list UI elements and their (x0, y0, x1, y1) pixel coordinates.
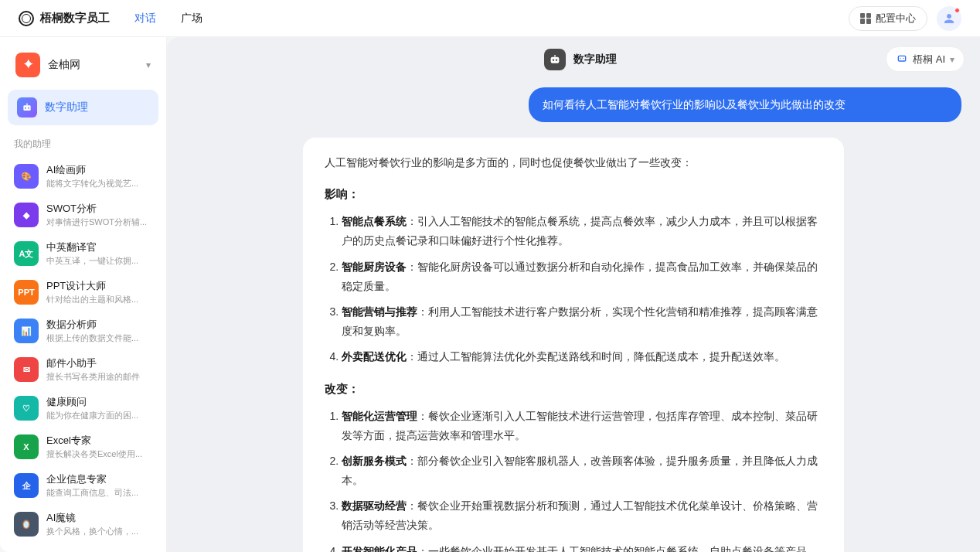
chevron-down-icon: ▾ (950, 54, 954, 65)
assistant-item[interactable]: 🪞AI魔镜换个风格，换个心情，... (8, 505, 158, 543)
app-header: 梧桐数字员工 对话 广场 配置中心 (0, 0, 980, 37)
assistant-item-desc: 能查询工商信息、司法... (46, 487, 152, 499)
assistant-list[interactable]: 🎨AI绘画师能将文字转化为视觉艺...◆SWOT分析对事情进行SWOT分析辅..… (8, 157, 158, 543)
chat-header: 数字助理 梧桐 AI ▾ (167, 37, 980, 81)
assistant-item[interactable]: ◆SWOT分析对事情进行SWOT分析辅... (8, 196, 158, 234)
model-name: 梧桐 AI (913, 53, 945, 66)
assistant-item-name: Excel专家 (46, 434, 152, 448)
assistant-item-icon: X (14, 434, 39, 459)
svg-point-5 (553, 59, 554, 60)
chat-content: 数字助理 梧桐 AI ▾ 如何看待人工智能对餐饮行业的影响以及餐饮业为此做出的改… (167, 37, 980, 552)
svg-point-9 (900, 58, 900, 59)
config-label: 配置中心 (876, 12, 916, 26)
assistant-item-icon: 企 (14, 473, 39, 498)
assistant-item[interactable]: 📊数据分析师根据上传的数据文件能... (8, 312, 158, 350)
org-icon (15, 53, 40, 77)
robot-icon (17, 97, 37, 118)
assistant-item[interactable]: 🎨AI绘画师能将文字转化为视觉艺... (8, 157, 158, 196)
chat-title: 数字助理 (544, 49, 617, 70)
assistant-item-desc: 擅长解决各类Excel使用... (46, 448, 152, 460)
svg-point-2 (28, 107, 29, 109)
svg-rect-3 (26, 104, 27, 106)
assistant-item-desc: 根据上传的数据文件能... (46, 332, 152, 344)
impacts-list: 智能点餐系统：引入人工智能技术的智能点餐系统，提高点餐效率，减少人力成本，并且可… (325, 212, 822, 366)
logo-icon (19, 11, 34, 26)
list-item: 智能厨房设备：智能化厨房设备可以通过数据分析和自动化操作，提高食品加工效率，并确… (342, 257, 822, 296)
svg-point-1 (25, 107, 26, 109)
brand-logo[interactable]: 梧桐数字员工 (19, 11, 110, 26)
brand-name: 梧桐数字员工 (40, 11, 110, 26)
assistant-item-name: 企业信息专家 (46, 472, 152, 486)
user-icon (942, 12, 956, 26)
list-item: 智能化运营管理：餐饮企业逐渐引入人工智能技术进行运营管理，包括库存管理、成本控制… (342, 407, 822, 445)
svg-rect-8 (898, 56, 905, 61)
user-message: 如何看待人工智能对餐饮行业的影响以及餐饮业为此做出的改变 (529, 87, 961, 122)
assistant-item[interactable]: PPTPPT设计大师针对给出的主题和风格... (8, 273, 158, 312)
assistant-item-icon: 🎨 (14, 164, 39, 189)
assistant-item-text: 数据分析师根据上传的数据文件能... (46, 318, 152, 344)
assistant-item[interactable]: ♡健康顾问能为你在健康方面的困... (8, 389, 158, 428)
active-assistant[interactable]: 数字助理 (8, 90, 158, 125)
ai-intro: 人工智能对餐饮行业的影响是多方面的，同时也促使餐饮业做出了一些改变： (325, 153, 822, 172)
assistant-item-text: 中英翻译官中英互译，一键让你拥... (46, 240, 152, 267)
assistant-item-name: 邮件小助手 (46, 356, 152, 370)
svg-point-10 (903, 58, 903, 59)
assistant-item-text: SWOT分析对事情进行SWOT分析辅... (46, 202, 152, 228)
assistant-item-name: SWOT分析 (46, 202, 152, 216)
changes-list: 智能化运营管理：餐饮企业逐渐引入人工智能技术进行运营管理，包括库存管理、成本控制… (325, 407, 822, 553)
assistant-item-icon: ♡ (14, 396, 39, 421)
ai-message: 人工智能对餐饮行业的影响是多方面的，同时也促使餐饮业做出了一些改变： 影响： 智… (303, 138, 844, 552)
list-item: 开发智能化产品：一些餐饮企业开始开发基于人工智能技术的智能点餐系统、自助点餐设备… (342, 542, 822, 552)
list-item: 智能营销与推荐：利用人工智能技术进行客户数据分析，实现个性化营销和精准推荐，提高… (342, 302, 822, 341)
chat-body[interactable]: 如何看待人工智能对餐饮行业的影响以及餐饮业为此做出的改变 人工智能对餐饮行业的影… (167, 81, 980, 552)
assistant-item-name: PPT设计大师 (46, 279, 152, 293)
list-item: 外卖配送优化：通过人工智能算法优化外卖配送路线和时间，降低配送成本，提升配送效率… (342, 347, 822, 366)
user-avatar[interactable] (937, 6, 961, 31)
list-item: 数据驱动经营：餐饮企业开始重视数据分析和预测，通过人工智能技术优化菜单设计、价格… (342, 496, 822, 535)
assistant-item-text: 邮件小助手擅长书写各类用途的邮件 (46, 356, 152, 383)
assistant-item-icon: ✉ (14, 357, 39, 382)
assistant-item-desc: 针对给出的主题和风格... (46, 294, 152, 305)
assistant-item-name: 健康顾问 (46, 395, 152, 409)
assistant-item-text: 企业信息专家能查询工商信息、司法... (46, 472, 152, 499)
assistant-item[interactable]: XExcel专家擅长解决各类Excel使用... (8, 428, 158, 466)
assistant-item[interactable]: ✉邮件小助手擅长书写各类用途的邮件 (8, 350, 158, 389)
config-center-button[interactable]: 配置中心 (849, 6, 927, 31)
model-icon (896, 52, 908, 66)
chat-title-text: 数字助理 (573, 53, 617, 66)
assistant-item-desc: 能将文字转化为视觉艺... (46, 178, 152, 189)
assistant-item-text: PPT设计大师针对给出的主题和风格... (46, 279, 152, 305)
chevron-down-icon: ▾ (146, 60, 151, 70)
assistant-icon (544, 49, 566, 70)
sidebar: 金柚网 ▾ 数字助理 我的助理 🎨AI绘画师能将文字转化为视觉艺...◆SWOT… (0, 37, 167, 552)
tab-plaza[interactable]: 广场 (181, 12, 202, 26)
svg-rect-4 (551, 56, 560, 63)
notification-dot (954, 8, 960, 13)
assistant-item-icon: A文 (14, 241, 39, 266)
assistant-item-icon: 🪞 (14, 512, 39, 537)
assistant-item-name: 中英翻译官 (46, 240, 152, 254)
ai-heading-changes: 改变： (325, 378, 822, 399)
org-name: 金柚网 (48, 58, 138, 72)
main: 金柚网 ▾ 数字助理 我的助理 🎨AI绘画师能将文字转化为视觉艺...◆SWOT… (0, 37, 980, 552)
svg-point-6 (556, 59, 557, 60)
nav-tabs: 对话 广场 (134, 12, 202, 26)
header-right: 配置中心 (849, 6, 961, 31)
assistant-item-text: AI魔镜换个风格，换个心情，... (46, 511, 152, 537)
assistant-item-text: Excel专家擅长解决各类Excel使用... (46, 434, 152, 460)
model-selector[interactable]: 梧桐 AI ▾ (886, 46, 965, 72)
assistant-item-desc: 换个风格，换个心情，... (46, 526, 152, 537)
assistant-item[interactable]: 企企业信息专家能查询工商信息、司法... (8, 466, 158, 505)
svg-rect-0 (23, 105, 30, 111)
assistant-item-icon: 📊 (14, 319, 39, 343)
org-selector[interactable]: 金柚网 ▾ (8, 46, 158, 83)
list-item: 智能点餐系统：引入人工智能技术的智能点餐系统，提高点餐效率，减少人力成本，并且可… (342, 212, 822, 250)
assistant-item-icon: ◆ (14, 203, 39, 227)
grid-icon (860, 13, 871, 24)
assistant-item-text: 健康顾问能为你在健康方面的困... (46, 395, 152, 421)
svg-rect-7 (554, 55, 555, 57)
active-assistant-label: 数字助理 (45, 101, 88, 114)
assistant-item[interactable]: A文中英翻译官中英互译，一键让你拥... (8, 234, 158, 273)
tab-chat[interactable]: 对话 (134, 12, 156, 26)
assistant-item-desc: 能为你在健康方面的困... (46, 410, 152, 421)
